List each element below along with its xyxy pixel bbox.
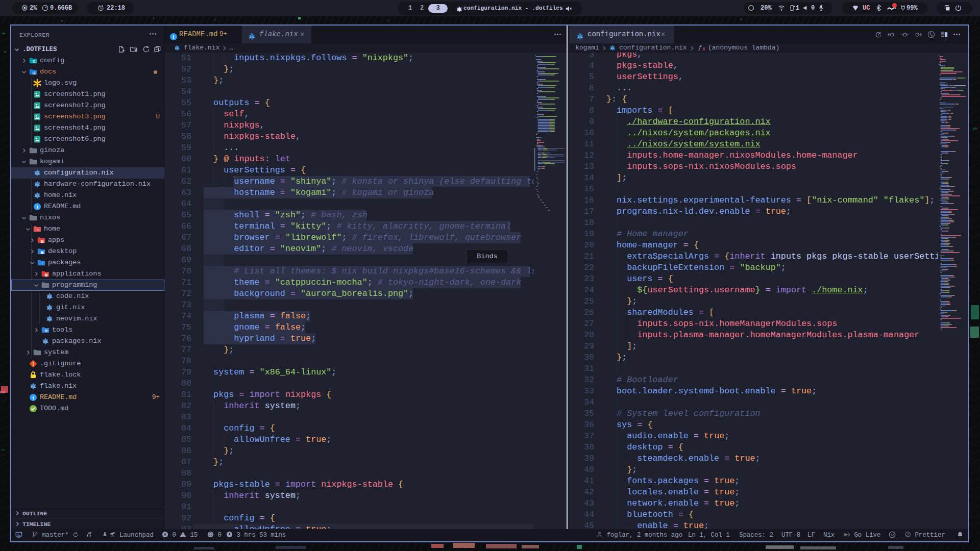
svg-text:i: i	[33, 395, 34, 400]
svg-text:▦: ▦	[44, 272, 48, 277]
svg-text:⚙: ⚙	[32, 59, 35, 64]
svg-text:⚒: ⚒	[44, 329, 48, 333]
svg-text:▣: ▣	[40, 250, 44, 255]
svg-text:▤: ▤	[32, 70, 36, 75]
svg-text:i: i	[37, 204, 38, 210]
svg-text:i: i	[173, 34, 175, 40]
svg-text:↑: ↑	[41, 261, 43, 266]
svg-text:⌂: ⌂	[37, 228, 39, 232]
svg-text:▦: ▦	[40, 239, 44, 243]
